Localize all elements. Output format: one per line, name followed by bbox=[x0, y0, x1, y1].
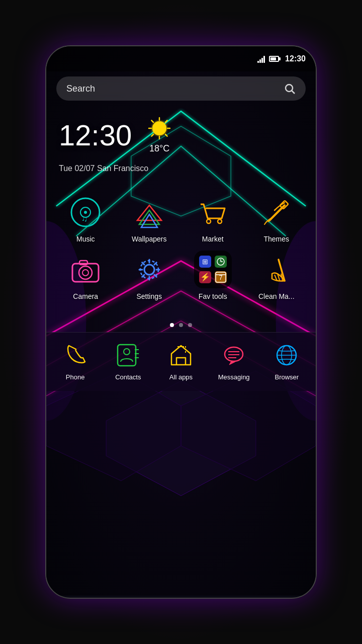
contacts-icon bbox=[116, 343, 141, 368]
signal-icon bbox=[257, 55, 265, 63]
settings-icon-wrap bbox=[130, 251, 168, 288]
dock-row: Phone Contacts bbox=[49, 340, 313, 381]
svg-marker-23 bbox=[139, 210, 159, 224]
app-row-2: Camera Settings bbox=[54, 251, 308, 300]
app-item-camera[interactable]: Camera bbox=[57, 251, 115, 300]
allapps-label: All apps bbox=[169, 373, 193, 381]
app-item-themes[interactable]: Themes bbox=[247, 193, 305, 243]
clock-widget: 12:30 18°C bbox=[46, 106, 316, 164]
dot-2[interactable] bbox=[179, 323, 183, 327]
messaging-label: Messaging bbox=[218, 373, 250, 381]
svg-line-14 bbox=[152, 120, 154, 122]
svg-text:⊞: ⊞ bbox=[202, 258, 208, 266]
themes-label: Themes bbox=[263, 235, 289, 243]
svg-marker-57 bbox=[171, 346, 191, 365]
search-bar[interactable]: Search bbox=[56, 76, 306, 101]
browser-icon bbox=[274, 343, 299, 368]
app-item-market[interactable]: Market bbox=[184, 193, 242, 243]
svg-point-53 bbox=[124, 349, 130, 355]
wallpapers-icon-wrap bbox=[130, 193, 168, 231]
app-row-1: ♫ Music Wallpapers bbox=[54, 193, 308, 243]
svg-line-16 bbox=[165, 120, 167, 122]
svg-point-26 bbox=[218, 219, 222, 223]
svg-text:⚡: ⚡ bbox=[200, 272, 210, 282]
svg-line-8 bbox=[292, 91, 295, 94]
clock-time: 12:30 bbox=[59, 118, 132, 152]
settings-label: Settings bbox=[136, 292, 162, 300]
cleanmaster-label: Clean Ma... bbox=[258, 292, 295, 300]
browser-label: Browser bbox=[275, 373, 299, 381]
status-bar: 12:30 bbox=[46, 46, 316, 71]
contacts-icon-wrap bbox=[113, 340, 143, 370]
app-item-music[interactable]: ♫ Music bbox=[57, 193, 115, 243]
dot-1[interactable] bbox=[170, 323, 174, 327]
app-item-cleanmaster[interactable]: Clean Ma... bbox=[247, 251, 305, 300]
themes-icon-wrap bbox=[257, 193, 295, 231]
messaging-icon bbox=[221, 343, 246, 368]
app-item-settings[interactable]: Settings bbox=[120, 251, 178, 300]
wallpapers-icon bbox=[132, 195, 166, 229]
contacts-label: Contacts bbox=[115, 373, 141, 381]
themes-icon bbox=[259, 195, 294, 229]
app-item-wallpapers[interactable]: Wallpapers bbox=[120, 193, 178, 243]
wallpapers-label: Wallpapers bbox=[132, 235, 167, 243]
phone-label: Phone bbox=[66, 373, 85, 381]
dock-item-contacts[interactable]: Contacts bbox=[104, 340, 152, 381]
status-time: 12:30 bbox=[285, 54, 306, 63]
dock-item-phone[interactable]: Phone bbox=[51, 340, 99, 381]
market-label: Market bbox=[202, 235, 224, 243]
svg-marker-22 bbox=[137, 205, 161, 220]
dock-item-messaging[interactable]: Messaging bbox=[210, 340, 258, 381]
camera-label: Camera bbox=[73, 292, 98, 300]
search-icon bbox=[284, 83, 296, 95]
dot-3[interactable] bbox=[188, 323, 192, 327]
svg-marker-4 bbox=[106, 381, 256, 496]
status-icons: 12:30 bbox=[257, 54, 306, 63]
svg-point-31 bbox=[79, 266, 92, 279]
favtools-icon-wrap: ⊞ ⚡ 7 bbox=[194, 251, 232, 288]
camera-icon bbox=[68, 253, 103, 287]
music-label: Music bbox=[76, 235, 95, 243]
dock-item-browser[interactable]: Browser bbox=[263, 340, 311, 381]
favtools-icon: ⊞ ⚡ 7 bbox=[197, 253, 229, 286]
music-icon-wrap: ♫ bbox=[67, 193, 105, 231]
weather-widget: 18°C bbox=[147, 116, 172, 154]
svg-point-20 bbox=[84, 211, 87, 214]
favtools-label: Fav tools bbox=[199, 292, 227, 300]
music-icon: ♫ bbox=[68, 195, 103, 229]
cleanmaster-icon-wrap bbox=[257, 251, 295, 288]
svg-text:♫: ♫ bbox=[81, 214, 87, 223]
svg-point-9 bbox=[152, 121, 166, 135]
svg-point-25 bbox=[207, 219, 211, 223]
svg-point-7 bbox=[286, 85, 293, 92]
search-placeholder: Search bbox=[66, 84, 284, 94]
temperature: 18°C bbox=[149, 143, 169, 154]
app-item-favtools[interactable]: ⊞ ⚡ 7 bbox=[184, 251, 242, 300]
camera-icon-wrap bbox=[67, 251, 105, 288]
page-indicators bbox=[46, 318, 316, 332]
battery-icon bbox=[269, 56, 279, 62]
phone-icon-wrap bbox=[60, 340, 90, 370]
phone-frame: 12:30 Search 12:30 bbox=[45, 45, 317, 599]
allapps-icon-wrap bbox=[166, 340, 196, 370]
svg-point-32 bbox=[82, 270, 88, 276]
svg-line-17 bbox=[152, 134, 154, 136]
date-display: Tue 02/07 San Francisco bbox=[46, 164, 316, 183]
bottom-dock: Phone Contacts bbox=[46, 332, 316, 391]
sun-icon bbox=[147, 116, 172, 141]
cleanmaster-icon bbox=[259, 253, 294, 287]
svg-point-34 bbox=[144, 265, 154, 275]
svg-rect-33 bbox=[79, 261, 87, 265]
settings-icon bbox=[132, 253, 166, 287]
dock-item-allapps[interactable]: All apps bbox=[157, 340, 205, 381]
messaging-icon-wrap bbox=[219, 340, 249, 370]
market-icon bbox=[196, 195, 230, 229]
browser-icon-wrap bbox=[272, 340, 302, 370]
svg-line-15 bbox=[165, 134, 167, 136]
app-grid: ♫ Music Wallpapers bbox=[46, 183, 316, 318]
phone-icon bbox=[63, 343, 88, 368]
market-icon-wrap bbox=[194, 193, 232, 231]
allapps-icon bbox=[168, 343, 194, 368]
